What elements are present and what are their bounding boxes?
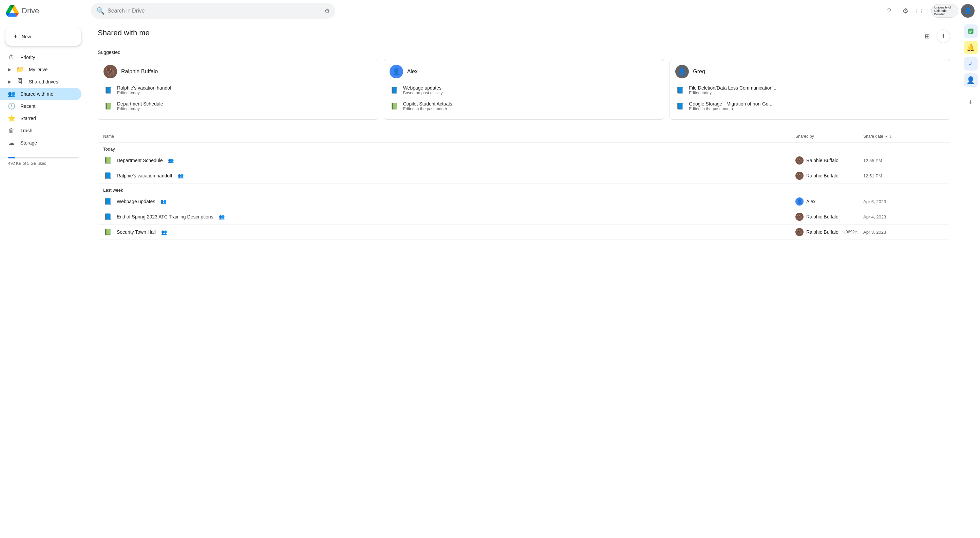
doc-icon: 📘 — [103, 171, 113, 181]
suggested-file-2-0[interactable]: 📘 File Deletion/Data Loss Communication.… — [675, 83, 944, 98]
svg-rect-3 — [969, 32, 971, 33]
help-button[interactable]: ? — [882, 4, 896, 17]
file-info: Webpage updates Based on past activity — [403, 85, 443, 95]
sharer-name: Ralphie Buffalo — [806, 214, 838, 219]
table-row[interactable]: 📘 Ralphie's vacation handoff 👥 🦬 Ralphie… — [98, 168, 950, 184]
page-title: Shared with me — [98, 29, 150, 37]
sharer-avatar: 🦬 — [795, 156, 803, 165]
arrow-icon-my-drive: ▶ — [8, 67, 11, 72]
sharer-name: Ralphie Buffalo — [806, 158, 838, 163]
table-row[interactable]: 📘 Webpage updates 👥 👤 Alex Apr 6, 2023 ⋮ — [98, 194, 950, 209]
file-name: File Deletion/Data Loss Communication... — [689, 85, 776, 90]
file-name: Google Storage - Migration of non-Go... — [689, 101, 772, 106]
group-label-today: Today — [98, 143, 950, 153]
sharer-avatar: 👤 — [795, 197, 803, 206]
settings-button[interactable]: ⚙ — [899, 4, 912, 17]
avatar-ralphie: 🦬 — [103, 65, 117, 78]
storage-bar-fill — [8, 157, 15, 159]
file-sub: Edited today — [117, 106, 163, 111]
file-sub: Based on past activity — [403, 90, 443, 95]
plus-icon: + — [14, 33, 18, 40]
sidebar-item-label-trash: Trash — [21, 128, 32, 133]
sidebar-item-storage[interactable]: ☁ Storage — [0, 137, 81, 149]
table-header: Name Shared by Share date ▼ ↓ — [98, 130, 950, 143]
right-panel: 🔔 ✓ 👤 + — [961, 22, 980, 538]
sidebar-item-recent[interactable]: 🕐 Recent — [0, 100, 81, 112]
file-name: Copilot Student Actuals — [403, 101, 452, 106]
sidebar-item-shared-with-me[interactable]: 👥 Shared with me — [0, 88, 81, 100]
info-button[interactable]: ℹ — [937, 30, 950, 43]
main-layout: + New ⏱ Priority ▶ 📁 My Drive ▶ 🗄 Shared… — [0, 22, 980, 538]
sidebar-item-starred[interactable]: ⭐ Starred — [0, 112, 81, 124]
doc-icon: 📘 — [103, 197, 113, 206]
search-bar[interactable]: 🔍 ⚙ — [91, 3, 335, 19]
file-info: Google Storage - Migration of non-Go... … — [689, 101, 772, 111]
shared-by-cell: 🦬 Ralphie Buffalo — [795, 156, 863, 165]
storage-icon: ☁ — [8, 140, 15, 146]
sidebar-item-shared-drives[interactable]: ▶ 🗄 Shared drives — [0, 76, 81, 88]
logo[interactable]: Drive — [5, 5, 87, 17]
filter-icon[interactable]: ⚙ — [325, 7, 330, 14]
suggested-file-1-1[interactable]: 📗 Copilot Student Actuals Edited in the … — [390, 98, 659, 114]
suggested-file-2-1[interactable]: 📘 Google Storage - Migration of non-Go..… — [675, 98, 944, 114]
notifications-panel-icon[interactable]: 🔔 — [964, 41, 978, 54]
suggested-file-0-0[interactable]: 📘 Ralphie's vacation handoff Edited toda… — [103, 83, 372, 98]
sort-direction-icon[interactable]: ↓ — [889, 133, 892, 140]
apps-button[interactable]: ⋮⋮⋮ — [915, 4, 928, 17]
storage-bar — [8, 157, 79, 159]
row-file-name: End of Spring 2023 ATC Training Descript… — [117, 214, 213, 219]
shared-people-icon: 👥 — [161, 199, 166, 204]
sidebar-item-my-drive[interactable]: ▶ 📁 My Drive — [0, 63, 81, 76]
file-name-cell: 📘 Ralphie's vacation handoff 👥 — [103, 171, 795, 181]
sheet-icon: 📗 — [103, 102, 113, 111]
add-apps-icon[interactable]: + — [964, 95, 978, 109]
sort-dropdown-icon: ▼ — [885, 135, 888, 138]
arrow-icon-shared-drives: ▶ — [8, 79, 11, 84]
file-name-cell: 📗 Security Town Hall 👥 — [103, 227, 795, 237]
person-name-greg: Greg — [693, 68, 705, 75]
column-shared-by[interactable]: Shared by — [795, 134, 863, 139]
time-cell: Apr 6, 2023 — [863, 199, 931, 204]
column-name[interactable]: Name — [103, 134, 795, 139]
sharer-name: Alex — [806, 199, 815, 204]
column-share-date[interactable]: Share date ▼ ↓ — [863, 133, 931, 140]
sharer-avatar: 🦬 — [795, 171, 803, 180]
suggested-file-0-1[interactable]: 📗 Department Schedule Edited today — [103, 98, 372, 114]
new-button[interactable]: + New — [5, 27, 81, 46]
svg-rect-2 — [969, 31, 972, 32]
table-row[interactable]: 📗 Security Town Hall 👥 🦬 Ralphie Buffalo… — [98, 225, 950, 240]
row-file-name: Ralphie's vacation handoff — [117, 173, 172, 178]
sheet-icon: 📗 — [103, 156, 113, 165]
shared-people-icon: 👥 — [168, 158, 174, 163]
storage-section: 492 KB of 5 GB used — [0, 149, 87, 171]
user-avatar[interactable]: 👤 — [961, 4, 975, 17]
shared-by-cell: 🦬 Ralphie Buffalo — [795, 213, 863, 221]
file-name-cell: 📘 Webpage updates 👥 — [103, 197, 795, 206]
person-card-ralphie: 🦬 Ralphie Buffalo 📘 Ralphie's vacation h… — [98, 59, 379, 120]
table-row[interactable]: 📗 Department Schedule 👥 🦬 Ralphie Buffal… — [98, 153, 950, 168]
university-button[interactable]: University of Colorado Boulder — [931, 4, 958, 17]
sheet-icon: 📗 — [103, 227, 113, 237]
time-cell: Apr 4, 2023 — [863, 214, 931, 219]
grid-view-button[interactable]: ⊞ — [920, 30, 934, 43]
trash-icon: 🗑 — [8, 127, 15, 134]
storage-text: 492 KB of 5 GB used — [8, 161, 79, 166]
time-cell: Apr 3, 2023 — [863, 230, 931, 235]
contacts-panel-icon[interactable]: 👤 — [964, 73, 978, 87]
content-area: Shared with me ⊞ ℹ Suggested 🦬 Ralphie B… — [87, 22, 961, 538]
content-toolbar: Shared with me ⊞ ℹ — [98, 29, 950, 44]
sidebar-item-trash[interactable]: 🗑 Trash — [0, 124, 81, 137]
sidebar-item-priority[interactable]: ⏱ Priority — [0, 51, 81, 63]
sidebar-item-label-recent: Recent — [21, 103, 35, 109]
file-name-cell: 📗 Department Schedule 👥 — [103, 156, 795, 165]
tasks-panel-icon[interactable]: ✓ — [964, 57, 978, 71]
sharer-name: Ralphie Buffalo — [806, 173, 838, 178]
person-header-ralphie: 🦬 Ralphie Buffalo — [103, 65, 372, 78]
sheets-panel-icon[interactable] — [964, 24, 978, 38]
shared-people-icon: 👥 — [178, 173, 184, 178]
table-row[interactable]: 📘 End of Spring 2023 ATC Training Descri… — [98, 209, 950, 225]
suggested-file-1-0[interactable]: 📘 Webpage updates Based on past activity — [390, 83, 659, 98]
row-file-name: Security Town Hall — [117, 229, 156, 235]
sidebar-item-label-shared-with-me: Shared with me — [21, 91, 53, 97]
search-input[interactable] — [108, 8, 325, 14]
